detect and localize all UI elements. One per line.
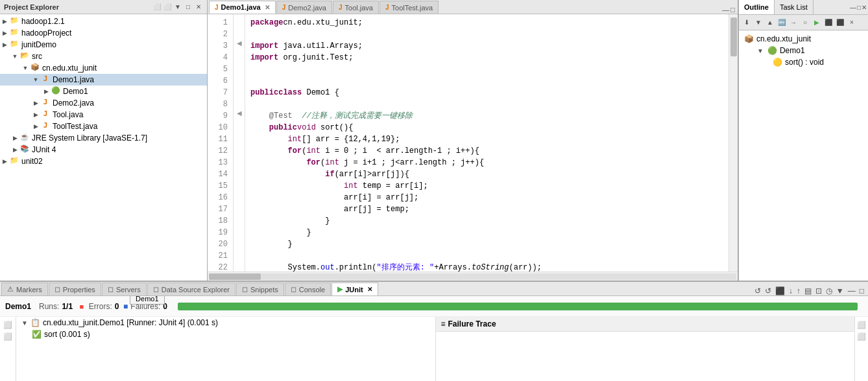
- code-line-7: public class Demo1 {: [250, 87, 723, 98]
- suite-label: cn.edu.xtu_junit.Demo1 [Runner: JUnit 4]…: [43, 318, 218, 327]
- tree-toggle[interactable]: ▶: [0, 18, 9, 25]
- outline-close-btn[interactable]: ✕: [862, 4, 867, 11]
- tree-toggle[interactable]: ▼: [21, 65, 30, 71]
- tree-item-demo1java[interactable]: ▼ J Demo1.java: [0, 74, 207, 86]
- tab-label: Demo1.java: [221, 3, 261, 11]
- close-panel-btn[interactable]: ✕: [194, 3, 203, 12]
- outline-method[interactable]: 🟡 sort() : void: [770, 56, 865, 68]
- tree-item-package[interactable]: ▼ 📦 cn.edu.xtu_junit: [0, 62, 207, 74]
- tree-toggle[interactable]: ▶: [10, 146, 19, 153]
- minimize-editor-btn[interactable]: —: [722, 6, 729, 14]
- suite-icon: 📋: [30, 318, 40, 327]
- tree-toggle[interactable]: ▶: [0, 41, 9, 48]
- filter-btn[interactable]: ○: [800, 17, 810, 28]
- tab-demo2java[interactable]: J Demo2.java: [276, 1, 332, 14]
- bottom-maximize-btn[interactable]: □: [858, 286, 865, 295]
- tree-toggle[interactable]: ▼: [10, 53, 19, 60]
- tree-item-hadoop1[interactable]: ▶ 📁 hadoop1.2.1: [0, 16, 207, 27]
- collapse-btn[interactable]: ▼: [753, 17, 764, 28]
- tab-properties[interactable]: ◻ Properties: [49, 283, 101, 295]
- code-editor[interactable]: package cn.edu.xtu_junit; import java.ut…: [245, 14, 729, 271]
- outline-maximize-btn[interactable]: □: [857, 4, 861, 11]
- alpha-sort-btn[interactable]: 🔤: [777, 17, 787, 28]
- tree-item-tooljava[interactable]: ▶ J Tool.java: [0, 109, 207, 121]
- junit-action2[interactable]: ⬜: [3, 331, 13, 341]
- run-btn[interactable]: ▶: [812, 17, 822, 28]
- junit-history-btn[interactable]: ◷: [825, 286, 834, 295]
- tree-item-demo1class[interactable]: ▶ 🟢 Demo1: [0, 86, 207, 97]
- link-btn[interactable]: →: [788, 17, 799, 28]
- tab-datasource-label: Data Source Explorer: [162, 286, 230, 294]
- outline-root[interactable]: 📦 cn.edu.xtu_junit: [741, 33, 865, 45]
- junit-action1[interactable]: ⬜: [3, 319, 13, 330]
- java-tab-icon: J: [385, 4, 389, 11]
- junit-right-actions: ⬜ ⬜: [854, 317, 868, 381]
- junit-filter-btn[interactable]: ⊡: [814, 286, 823, 295]
- tree-toggle[interactable]: ▶: [31, 111, 40, 118]
- tab-outline[interactable]: Outline: [739, 0, 775, 14]
- debug-btn[interactable]: ⬛: [835, 17, 845, 28]
- tab-junit[interactable]: ▶ JUnit ✕: [332, 283, 378, 295]
- tree-toggle[interactable]: ▶: [42, 88, 51, 95]
- tab-tooltestjava[interactable]: J ToolTest.java: [380, 1, 439, 14]
- tree-item-unit02[interactable]: ▶ 📁 unit02: [0, 156, 207, 167]
- link-editor-btn[interactable]: ⬜: [163, 3, 172, 12]
- errors-label: Errors:: [89, 302, 112, 311]
- tree-toggle[interactable]: ▶: [31, 100, 40, 106]
- junit-prev-fail-btn[interactable]: ↑: [795, 286, 802, 295]
- tree-item-jre[interactable]: ▶ ☕ JRE System Library [JavaSE-1.7]: [0, 132, 207, 144]
- tab-datasource[interactable]: ◻ Data Source Explorer: [147, 283, 235, 295]
- junit-stop-btn[interactable]: ⬛: [774, 286, 786, 295]
- junit-rerun-failed-btn[interactable]: ↺: [764, 286, 773, 295]
- view-menu-btn[interactable]: ▼: [173, 3, 182, 12]
- junit-tab-close-btn[interactable]: ✕: [367, 286, 372, 293]
- sort-btn[interactable]: ⬇: [741, 17, 752, 28]
- bottom-minimize-btn[interactable]: —: [847, 286, 857, 295]
- tree-toggle[interactable]: ▶: [10, 135, 19, 141]
- outline-class[interactable]: ▼ 🟢 Demo1: [754, 45, 865, 56]
- tree-toggle[interactable]: ▼: [31, 76, 40, 83]
- collapse-all-btn[interactable]: ⬜: [152, 3, 162, 12]
- junit-failure-panel: ≡ Failure Trace: [436, 317, 855, 381]
- tab-markers[interactable]: ⚠ Markers: [1, 283, 48, 295]
- tab-servers[interactable]: ◻ Servers: [102, 283, 147, 295]
- tab-tooljava[interactable]: J Tool.java: [333, 1, 379, 14]
- maximize-editor-btn[interactable]: □: [730, 6, 735, 14]
- java-file-icon: J: [40, 98, 51, 108]
- tree-toggle[interactable]: ▶: [31, 123, 40, 130]
- tab-tasklist[interactable]: Task List: [775, 0, 814, 14]
- tree-toggle[interactable]: ▶: [0, 158, 9, 165]
- junit-rerun-btn[interactable]: ↺: [753, 286, 762, 295]
- code-line-20: }: [250, 238, 723, 250]
- editor-vscrollbar[interactable]: [729, 14, 738, 271]
- tree-item-src[interactable]: ▼ 📂 src: [0, 51, 207, 62]
- tree-item-demo2java[interactable]: ▶ J Demo2.java: [0, 97, 207, 109]
- failure-filter-btn[interactable]: ⬜: [856, 331, 867, 341]
- close-outline-btn[interactable]: ×: [847, 17, 857, 28]
- errors-value: 0: [115, 302, 119, 311]
- stop-btn[interactable]: ⬛: [823, 17, 834, 28]
- tab-console[interactable]: ◻ Console: [285, 283, 331, 295]
- junit-viewmenu-btn[interactable]: ▼: [835, 286, 845, 295]
- failure-copy-btn[interactable]: ⬜: [856, 319, 867, 330]
- junit-collapse-btn[interactable]: ▤: [803, 286, 813, 295]
- editor-area: J Demo1.java ✕ J Demo2.java J Tool.java …: [208, 0, 738, 281]
- tree-item-tooltestjava[interactable]: ▶ J ToolTest.java: [0, 121, 207, 132]
- tree-item-junit4[interactable]: ▶ 📚 JUnit 4: [0, 144, 207, 156]
- junit-suite-item[interactable]: ▼ 📋 cn.edu.xtu_junit.Demo1 [Runner: JUni…: [16, 317, 435, 329]
- code-line-22: System.out.println("排序的元素: "+Arrays.toSt…: [250, 262, 723, 271]
- expand-icon: ▼: [757, 47, 764, 54]
- expand-btn[interactable]: ▲: [765, 17, 775, 28]
- failure-trace-label: Failure Trace: [448, 319, 496, 329]
- junit-next-fail-btn[interactable]: ↓: [788, 286, 794, 295]
- tree-toggle[interactable]: ▶: [0, 30, 9, 36]
- tab-demo1java[interactable]: J Demo1.java ✕: [209, 1, 276, 14]
- junit-test-item[interactable]: ✅ sort (0.001 s): [16, 329, 435, 340]
- tree-item-hadoopproject[interactable]: ▶ 📁 hadoopProject: [0, 27, 207, 39]
- editor-hscrollbar[interactable]: [208, 271, 738, 281]
- tab-snippets[interactable]: ◻ Snippets: [236, 283, 284, 295]
- outline-minimize-btn[interactable]: —: [850, 4, 856, 11]
- minimize-btn[interactable]: □: [184, 3, 193, 12]
- tree-item-junitdemo[interactable]: ▶ 📁 junitDemo: [0, 39, 207, 51]
- tab-close-btn[interactable]: ✕: [265, 4, 270, 11]
